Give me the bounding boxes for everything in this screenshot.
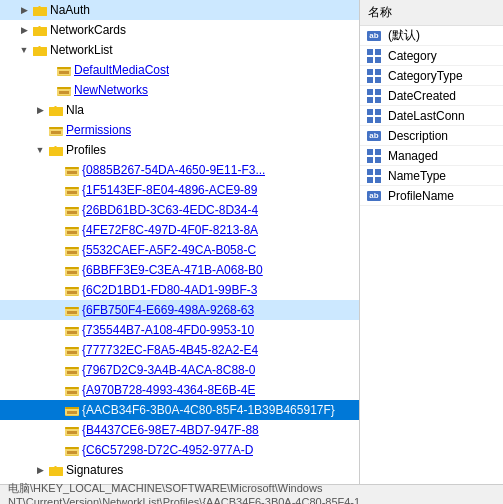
property-name: DateCreated bbox=[388, 89, 456, 103]
tree-item-newnetworks[interactable]: NewNetworks bbox=[0, 80, 359, 100]
svg-rect-88 bbox=[367, 69, 373, 75]
tree-item-profiles[interactable]: ▼ Profiles bbox=[0, 140, 359, 160]
tree-expander[interactable]: ▶ bbox=[32, 462, 48, 478]
tree-item-p12[interactable]: {A970B728-4993-4364-8E6B-4E bbox=[0, 380, 359, 400]
tree-item-p6[interactable]: {6BBFF3E9-C3EA-471B-A068-B0 bbox=[0, 260, 359, 280]
svg-rect-13 bbox=[59, 91, 69, 94]
tree-item-naauth[interactable]: ▶ NaAuth bbox=[0, 0, 359, 20]
svg-rect-99 bbox=[375, 117, 381, 123]
tree-expander[interactable]: ▶ bbox=[16, 22, 32, 38]
svg-rect-77 bbox=[67, 431, 77, 434]
svg-rect-89 bbox=[375, 69, 381, 75]
tree-item-signatures[interactable]: ▶ Signatures bbox=[0, 460, 359, 480]
registry-key-icon bbox=[64, 302, 80, 318]
svg-rect-91 bbox=[375, 77, 381, 83]
grid-type-icon bbox=[367, 69, 381, 83]
tree-item-nla[interactable]: ▶ Nla bbox=[0, 100, 359, 120]
tree-item-p14[interactable]: {B4437CE6-98E7-4BD7-947F-88 bbox=[0, 420, 359, 440]
tree-item-label: {AACB34F6-3B0A-4C80-85F4-1B39B465917F} bbox=[82, 403, 335, 417]
grid-type-icon bbox=[364, 48, 384, 64]
svg-rect-41 bbox=[67, 251, 77, 254]
tree-item-p5[interactable]: {5532CAEF-A5F2-49CA-B058-C bbox=[0, 240, 359, 260]
registry-key-icon bbox=[64, 342, 80, 358]
svg-rect-12 bbox=[57, 87, 71, 89]
tree-item-p4[interactable]: {4FE72F8C-497D-4F0F-8213-8A bbox=[0, 220, 359, 240]
tree-item-p7[interactable]: {6C2D1BD1-FD80-4AD1-99BF-3 bbox=[0, 280, 359, 300]
svg-rect-83 bbox=[49, 468, 63, 476]
grid-type-icon bbox=[364, 148, 384, 164]
tree-expander bbox=[32, 122, 48, 138]
registry-key-icon bbox=[64, 262, 80, 278]
tree-item-defaultmediacost[interactable]: DefaultMediaCost bbox=[0, 60, 359, 80]
tree-item-networkcards[interactable]: ▶ NetworkCards bbox=[0, 20, 359, 40]
tree-expander bbox=[48, 222, 64, 238]
registry-key-icon bbox=[56, 82, 72, 98]
svg-rect-9 bbox=[59, 71, 69, 74]
tree-expander bbox=[40, 62, 56, 78]
registry-key-icon bbox=[64, 282, 80, 298]
tree-item-p13[interactable]: {AACB34F6-3B0A-4C80-85F4-1B39B465917F} bbox=[0, 400, 359, 420]
property-name: CategoryType bbox=[388, 69, 463, 83]
tree-item-p10[interactable]: {777732EC-F8A5-4B45-82A2-E4 bbox=[0, 340, 359, 360]
property-row-managed[interactable]: Managed bbox=[360, 146, 503, 166]
tree-item-label: {1F5143EF-8E04-4896-ACE9-89 bbox=[82, 183, 257, 197]
svg-rect-1 bbox=[33, 8, 47, 16]
tree-item-p15[interactable]: {C6C57298-D72C-4952-977A-D bbox=[0, 440, 359, 460]
property-name: Managed bbox=[388, 149, 438, 163]
svg-rect-28 bbox=[65, 187, 79, 189]
tree-item-label: DefaultMediaCost bbox=[74, 63, 169, 77]
tree-expander[interactable]: ▶ bbox=[16, 2, 32, 18]
svg-rect-107 bbox=[375, 177, 381, 183]
grid-type-icon bbox=[367, 149, 381, 163]
registry-key-icon bbox=[64, 162, 80, 178]
tree-expander bbox=[48, 402, 64, 418]
property-name: Category bbox=[388, 49, 437, 63]
svg-rect-40 bbox=[65, 247, 79, 249]
folder-icon bbox=[32, 42, 48, 58]
property-name: Description bbox=[388, 129, 448, 143]
tree-item-p1[interactable]: {0885B267-54DA-4650-9E11-F3... bbox=[0, 160, 359, 180]
tree-item-label: Nla bbox=[66, 103, 84, 117]
tree-item-label: {6BBFF3E9-C3EA-471B-A068-B0 bbox=[82, 263, 263, 277]
svg-rect-64 bbox=[65, 367, 79, 369]
tree-item-p9[interactable]: {735544B7-A108-4FD0-9953-10 bbox=[0, 320, 359, 340]
tree-expander bbox=[48, 202, 64, 218]
property-row-category[interactable]: Category bbox=[360, 46, 503, 66]
registry-key-icon bbox=[64, 202, 80, 218]
tree-item-permissions[interactable]: Permissions bbox=[0, 120, 359, 140]
svg-rect-25 bbox=[67, 171, 77, 174]
svg-rect-97 bbox=[375, 109, 381, 115]
tree-expander[interactable]: ▶ bbox=[32, 102, 48, 118]
tree-expander[interactable]: ▼ bbox=[16, 42, 32, 58]
property-row-profilename[interactable]: abProfileName bbox=[360, 186, 503, 206]
status-bar: 电脑\HKEY_LOCAL_MACHINE\SOFTWARE\Microsoft… bbox=[0, 484, 360, 504]
property-row-datelastconn[interactable]: DateLastConn bbox=[360, 106, 503, 126]
grid-type-icon bbox=[364, 168, 384, 184]
registry-key-icon bbox=[56, 62, 72, 78]
property-row-description[interactable]: abDescription bbox=[360, 126, 503, 146]
property-row-categorytype[interactable]: CategoryType bbox=[360, 66, 503, 86]
properties-panel: 名称 ab(默认) Category CategoryType DateCrea… bbox=[360, 0, 503, 504]
tree-expander bbox=[48, 422, 64, 438]
ab-type-icon: ab bbox=[364, 188, 384, 204]
tree-item-p8[interactable]: {6FB750F4-E669-498A-9268-63 bbox=[0, 300, 359, 320]
property-row-default[interactable]: ab(默认) bbox=[360, 26, 503, 46]
tree-expander[interactable]: ▼ bbox=[32, 142, 48, 158]
ab-type-icon: ab bbox=[367, 191, 380, 201]
ab-type-icon: ab bbox=[364, 28, 384, 44]
tree-item-label: {735544B7-A108-4FD0-9953-10 bbox=[82, 323, 254, 337]
tree-item-p11[interactable]: {7967D2C9-3A4B-4ACA-8C88-0 bbox=[0, 360, 359, 380]
svg-rect-44 bbox=[65, 267, 79, 269]
tree-item-p2[interactable]: {1F5143EF-8E04-4896-ACE9-89 bbox=[0, 180, 359, 200]
tree-expander bbox=[48, 302, 64, 318]
property-row-datecreated[interactable]: DateCreated bbox=[360, 86, 503, 106]
tree-expander bbox=[48, 162, 64, 178]
svg-rect-106 bbox=[367, 177, 373, 183]
tree-item-networklist[interactable]: ▼ NetworkList bbox=[0, 40, 359, 60]
svg-rect-92 bbox=[367, 89, 373, 95]
tree-item-p3[interactable]: {26BD61BD-3C63-4EDC-8D34-4 bbox=[0, 200, 359, 220]
property-row-nametype[interactable]: NameType bbox=[360, 166, 503, 186]
ab-type-icon: ab bbox=[364, 128, 384, 144]
tree-expander bbox=[40, 82, 56, 98]
tree-expander bbox=[48, 382, 64, 398]
